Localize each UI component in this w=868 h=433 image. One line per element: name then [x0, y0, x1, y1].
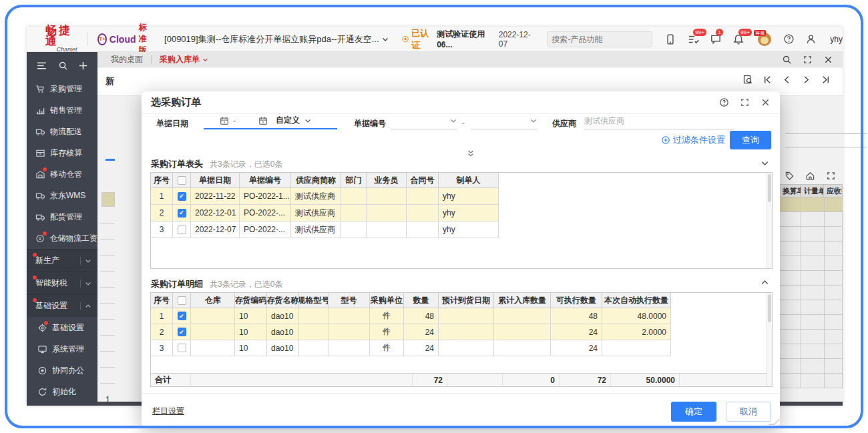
sidebar-search-icon[interactable] [58, 61, 68, 71]
sidebar-item-sales[interactable]: 销售管理 [27, 99, 97, 121]
date-mode-select[interactable]: 自定义 [276, 115, 300, 126]
tag-icon[interactable] [785, 171, 795, 181]
sidebar-group-finance-tax[interactable]: 智能财税 [27, 272, 97, 294]
new-button[interactable]: 新 [105, 75, 114, 87]
sidebar-subitem-collaboration[interactable]: 协同办公 [27, 360, 97, 381]
sidebar-item-jd-wms[interactable]: 京东WMS [27, 185, 97, 206]
sidebar-subitem-basic-settings[interactable]: 基础设置 [27, 317, 97, 338]
col-checkbox[interactable] [173, 293, 191, 308]
vertical-scrollbar[interactable] [767, 293, 772, 386]
search-input[interactable] [552, 35, 655, 44]
col-no[interactable]: 序号 [151, 293, 173, 308]
col-warehouse[interactable]: 仓库 [191, 293, 235, 308]
docno-select-from[interactable] [391, 113, 457, 129]
row-checkbox[interactable] [178, 328, 186, 336]
table-row[interactable]: 3 2022-12-07 PO-2022-... 测试供应商 yhy [151, 222, 772, 238]
col-executable[interactable]: 可执行数量 [551, 293, 602, 308]
help-icon[interactable] [783, 33, 795, 45]
notification-bell-icon[interactable]: 99+ [732, 33, 744, 45]
mobile-scan-icon[interactable] [664, 33, 676, 45]
dialog-close-icon[interactable] [761, 97, 771, 107]
filter-settings-link[interactable]: 过滤条件设置 [661, 134, 725, 146]
date-range-control[interactable]: - 自定义 [204, 113, 337, 129]
calendar-icon[interactable] [220, 116, 229, 125]
row-checkbox[interactable] [178, 226, 186, 234]
col-creator[interactable]: 制单人 [439, 173, 499, 188]
sidebar-item-warehouse-wage[interactable]: 仓储物流工资 [27, 228, 97, 249]
query-button[interactable]: 查询 [730, 131, 771, 149]
vertical-scrollbar[interactable] [767, 173, 772, 268]
add-icon[interactable] [78, 61, 88, 71]
todo-icon[interactable]: 99+ [687, 33, 699, 45]
sidebar-group-basic-settings[interactable]: 基础设置 [27, 294, 97, 317]
dialog-fullscreen-icon[interactable] [740, 97, 750, 107]
col-qty[interactable]: 数量 [404, 293, 439, 308]
col-contract[interactable]: 合同号 [407, 173, 439, 188]
product-search[interactable] [547, 31, 652, 47]
col-date[interactable]: 单据日期 [191, 173, 240, 188]
user-icon[interactable] [805, 33, 817, 45]
sidebar-item-mobile-warehouse[interactable]: 移动仓管 [27, 163, 97, 185]
column-settings-link[interactable]: 栏目设置 [152, 406, 184, 417]
sidebar-item-purchase[interactable]: 采购管理 [27, 78, 97, 99]
col-unit[interactable]: 采购单位 [370, 293, 404, 308]
col-dept[interactable]: 部门 [341, 173, 367, 188]
col-salesman[interactable]: 业务员 [367, 173, 407, 188]
page-search-icon[interactable] [782, 55, 792, 65]
sidebar-subitem-system-mgmt[interactable]: 系统管理 [27, 338, 97, 360]
table-row[interactable]: 2 10 dao10 件 24 24 2.0000 [151, 324, 772, 340]
sidebar-group-production[interactable]: 新生产 [27, 249, 97, 272]
doc-preview-icon[interactable] [742, 74, 753, 85]
fullscreen-icon[interactable] [826, 171, 836, 181]
sidebar-subitem-initialization[interactable]: 初始化 [27, 381, 97, 402]
vendor-input[interactable]: 测试供应商 [584, 113, 734, 129]
row-checkbox[interactable] [178, 312, 186, 320]
account-title[interactable]: [009019]集测--仓库标准分开单据立账异pda--开通友空... [164, 33, 389, 45]
dialog-help-icon[interactable] [719, 97, 729, 107]
col-name[interactable]: 存货名称 [267, 293, 299, 308]
row-checkbox[interactable] [178, 192, 186, 201]
table-row[interactable]: 2 2022-12-01 PO-2022-... 测试供应商 yhy [151, 205, 772, 222]
sidebar-item-logistics[interactable]: 物流配送 [27, 121, 97, 142]
ok-button[interactable]: 确定 [671, 402, 716, 422]
header-section-collapse-icon[interactable] [760, 158, 770, 168]
sidebar-item-allocation[interactable]: 配货管理 [27, 206, 97, 228]
sidebar-item-inventory[interactable]: 库存核算 [27, 142, 97, 163]
nav-next-icon[interactable] [801, 75, 811, 85]
col-spec[interactable]: 规格型号 [299, 293, 329, 308]
mascot-customer-service[interactable]: 客服 [755, 31, 773, 47]
detail-section-collapse-icon[interactable] [760, 278, 770, 288]
nav-last-icon[interactable] [821, 75, 831, 85]
home-icon[interactable] [805, 171, 815, 181]
username[interactable]: yhy [830, 35, 843, 44]
calendar-icon[interactable] [258, 116, 268, 125]
page-close-icon[interactable] [823, 55, 833, 65]
table-row[interactable]: 1 10 dao10 件 48 48 48.0000 [151, 308, 772, 324]
nav-prev-icon[interactable] [782, 75, 792, 85]
col-docno[interactable]: 单据编号 [240, 173, 291, 188]
col-model[interactable]: 型号 [329, 293, 370, 308]
col-checkbox[interactable] [173, 173, 191, 188]
row-checkbox[interactable] [178, 344, 186, 352]
menu-icon[interactable] [36, 60, 47, 71]
nav-first-icon[interactable] [763, 75, 773, 85]
row-checkbox[interactable] [178, 209, 186, 218]
col-eta[interactable]: 预计到货日期 [439, 293, 494, 308]
table-row[interactable]: 1 2022-11-22 PO-2022-1... 测试供应商 yhy [151, 188, 772, 205]
select-all-checkbox[interactable] [178, 176, 186, 185]
col-auto-qty[interactable]: 本次自动执行数量 [602, 293, 671, 308]
chevron-down-icon [529, 117, 537, 125]
page-fullscreen-icon[interactable] [803, 55, 813, 65]
tab-purchase-inbound[interactable]: 采购入库单 [160, 54, 209, 65]
col-no[interactable]: 序号 [151, 173, 173, 188]
tab-my-desktop[interactable]: 我的桌面 [111, 54, 143, 65]
select-all-checkbox[interactable] [178, 296, 186, 305]
col-received[interactable]: 累计入库数量 [494, 293, 551, 308]
table-row[interactable]: 3 10 dao10 件 24 24 [151, 340, 772, 356]
message-icon[interactable]: 1 [710, 33, 722, 45]
col-vendor[interactable]: 供应商简称 [291, 173, 341, 188]
col-code[interactable]: 存货编码 [235, 293, 267, 308]
collapse-filter-icon[interactable] [466, 149, 475, 158]
cancel-button[interactable]: 取消 [726, 402, 771, 422]
docno-select-to[interactable] [471, 113, 537, 129]
